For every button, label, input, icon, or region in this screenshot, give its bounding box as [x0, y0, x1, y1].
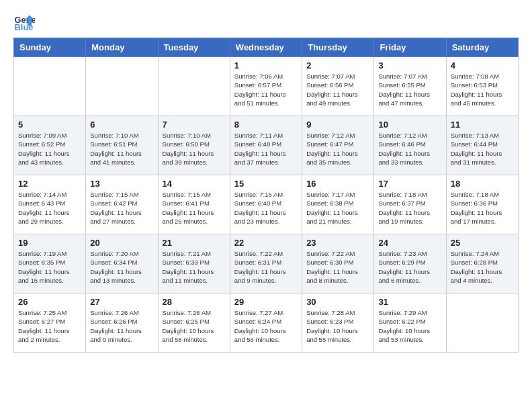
day-info: Sunrise: 7:10 AM Sunset: 6:50 PM Dayligh… [163, 131, 226, 167]
calendar-cell: 16Sunrise: 7:17 AM Sunset: 6:38 PM Dayli… [302, 175, 374, 234]
day-info: Sunrise: 7:13 AM Sunset: 6:44 PM Dayligh… [451, 131, 514, 167]
calendar-cell: 17Sunrise: 7:18 AM Sunset: 6:37 PM Dayli… [374, 175, 446, 234]
calendar-cell: 4Sunrise: 7:08 AM Sunset: 6:53 PM Daylig… [446, 57, 518, 116]
day-number: 24 [378, 238, 441, 248]
day-info: Sunrise: 7:25 AM Sunset: 6:27 PM Dayligh… [18, 308, 81, 344]
day-number: 8 [234, 120, 298, 130]
calendar-cell: 6Sunrise: 7:10 AM Sunset: 6:51 PM Daylig… [86, 116, 158, 175]
day-info: Sunrise: 7:28 AM Sunset: 6:23 PM Dayligh… [306, 308, 369, 344]
calendar-week-row: 5Sunrise: 7:09 AM Sunset: 6:52 PM Daylig… [14, 116, 519, 175]
logo: General Blue [13, 11, 38, 32]
calendar-cell: 23Sunrise: 7:22 AM Sunset: 6:30 PM Dayli… [302, 234, 374, 293]
day-number: 11 [451, 120, 514, 130]
day-info: Sunrise: 7:22 AM Sunset: 6:30 PM Dayligh… [306, 249, 369, 285]
day-info: Sunrise: 7:15 AM Sunset: 6:42 PM Dayligh… [90, 190, 153, 226]
calendar-cell: 18Sunrise: 7:18 AM Sunset: 6:36 PM Dayli… [446, 175, 518, 234]
weekday-header-thursday: Thursday [302, 38, 374, 57]
calendar-week-row: 19Sunrise: 7:19 AM Sunset: 6:35 PM Dayli… [14, 234, 519, 293]
day-info: Sunrise: 7:20 AM Sunset: 6:34 PM Dayligh… [90, 249, 153, 285]
calendar-cell: 19Sunrise: 7:19 AM Sunset: 6:35 PM Dayli… [14, 234, 86, 293]
day-number: 13 [90, 179, 153, 189]
day-info: Sunrise: 7:18 AM Sunset: 6:36 PM Dayligh… [451, 190, 514, 226]
day-number: 2 [306, 60, 369, 71]
day-info: Sunrise: 7:29 AM Sunset: 6:22 PM Dayligh… [378, 308, 441, 344]
calendar-cell: 21Sunrise: 7:21 AM Sunset: 6:33 PM Dayli… [158, 234, 230, 293]
day-number: 14 [163, 179, 226, 189]
day-number: 21 [163, 238, 226, 248]
day-number: 20 [90, 238, 153, 248]
day-info: Sunrise: 7:07 AM Sunset: 6:56 PM Dayligh… [306, 72, 369, 107]
calendar-cell [446, 293, 518, 353]
day-number: 22 [234, 238, 298, 248]
day-number: 31 [378, 297, 441, 307]
weekday-header-tuesday: Tuesday [158, 38, 230, 57]
calendar-cell: 29Sunrise: 7:27 AM Sunset: 6:24 PM Dayli… [230, 293, 302, 353]
day-number: 29 [234, 297, 298, 307]
calendar-cell: 15Sunrise: 7:16 AM Sunset: 6:40 PM Dayli… [230, 175, 302, 234]
day-info: Sunrise: 7:19 AM Sunset: 6:35 PM Dayligh… [18, 249, 81, 285]
calendar-cell: 22Sunrise: 7:22 AM Sunset: 6:31 PM Dayli… [230, 234, 302, 293]
day-info: Sunrise: 7:12 AM Sunset: 6:46 PM Dayligh… [378, 131, 441, 167]
day-number: 25 [451, 238, 514, 248]
calendar-table: SundayMondayTuesdayWednesdayThursdayFrid… [13, 38, 519, 353]
calendar-header-row: SundayMondayTuesdayWednesdayThursdayFrid… [14, 38, 519, 57]
day-info: Sunrise: 7:09 AM Sunset: 6:52 PM Dayligh… [18, 131, 81, 167]
calendar-cell: 14Sunrise: 7:15 AM Sunset: 6:41 PM Dayli… [158, 175, 230, 234]
day-info: Sunrise: 7:06 AM Sunset: 6:57 PM Dayligh… [234, 72, 298, 107]
calendar-cell: 27Sunrise: 7:26 AM Sunset: 6:26 PM Dayli… [86, 293, 158, 353]
day-number: 23 [306, 238, 369, 248]
day-info: Sunrise: 7:18 AM Sunset: 6:37 PM Dayligh… [378, 190, 441, 226]
day-number: 18 [451, 179, 514, 189]
day-info: Sunrise: 7:21 AM Sunset: 6:33 PM Dayligh… [163, 249, 226, 285]
calendar-cell: 5Sunrise: 7:09 AM Sunset: 6:52 PM Daylig… [14, 116, 86, 175]
weekday-header-wednesday: Wednesday [230, 38, 302, 57]
calendar-cell: 2Sunrise: 7:07 AM Sunset: 6:56 PM Daylig… [302, 57, 374, 116]
calendar-cell: 12Sunrise: 7:14 AM Sunset: 6:43 PM Dayli… [14, 175, 86, 234]
page-header: General Blue [13, 11, 519, 32]
calendar-week-row: 1Sunrise: 7:06 AM Sunset: 6:57 PM Daylig… [14, 57, 519, 116]
day-info: Sunrise: 7:16 AM Sunset: 6:40 PM Dayligh… [234, 190, 298, 226]
day-number: 5 [18, 120, 81, 130]
day-number: 28 [163, 297, 226, 307]
calendar-cell: 9Sunrise: 7:12 AM Sunset: 6:47 PM Daylig… [302, 116, 374, 175]
day-number: 30 [306, 297, 369, 307]
calendar-cell: 24Sunrise: 7:23 AM Sunset: 6:29 PM Dayli… [374, 234, 446, 293]
day-info: Sunrise: 7:27 AM Sunset: 6:24 PM Dayligh… [234, 308, 298, 344]
day-info: Sunrise: 7:07 AM Sunset: 6:55 PM Dayligh… [378, 72, 441, 107]
day-info: Sunrise: 7:23 AM Sunset: 6:29 PM Dayligh… [378, 249, 441, 285]
day-info: Sunrise: 7:08 AM Sunset: 6:53 PM Dayligh… [451, 72, 514, 107]
day-info: Sunrise: 7:24 AM Sunset: 6:28 PM Dayligh… [451, 249, 514, 285]
calendar-cell: 26Sunrise: 7:25 AM Sunset: 6:27 PM Dayli… [14, 293, 86, 353]
day-info: Sunrise: 7:11 AM Sunset: 6:48 PM Dayligh… [234, 131, 298, 167]
day-number: 10 [378, 120, 441, 130]
day-number: 12 [18, 179, 81, 189]
calendar-cell: 13Sunrise: 7:15 AM Sunset: 6:42 PM Dayli… [86, 175, 158, 234]
calendar-cell: 11Sunrise: 7:13 AM Sunset: 6:44 PM Dayli… [446, 116, 518, 175]
calendar-cell: 3Sunrise: 7:07 AM Sunset: 6:55 PM Daylig… [374, 57, 446, 116]
calendar-cell: 28Sunrise: 7:26 AM Sunset: 6:25 PM Dayli… [158, 293, 230, 353]
day-info: Sunrise: 7:22 AM Sunset: 6:31 PM Dayligh… [234, 249, 298, 285]
calendar-cell: 20Sunrise: 7:20 AM Sunset: 6:34 PM Dayli… [86, 234, 158, 293]
day-info: Sunrise: 7:10 AM Sunset: 6:51 PM Dayligh… [90, 131, 153, 167]
day-number: 4 [451, 60, 514, 71]
calendar-cell: 25Sunrise: 7:24 AM Sunset: 6:28 PM Dayli… [446, 234, 518, 293]
calendar-cell: 30Sunrise: 7:28 AM Sunset: 6:23 PM Dayli… [302, 293, 374, 353]
weekday-header-friday: Friday [374, 38, 446, 57]
day-info: Sunrise: 7:26 AM Sunset: 6:25 PM Dayligh… [163, 308, 226, 344]
calendar-cell: 10Sunrise: 7:12 AM Sunset: 6:46 PM Dayli… [374, 116, 446, 175]
calendar-week-row: 12Sunrise: 7:14 AM Sunset: 6:43 PM Dayli… [14, 175, 519, 234]
calendar-cell: 31Sunrise: 7:29 AM Sunset: 6:22 PM Dayli… [374, 293, 446, 353]
day-info: Sunrise: 7:14 AM Sunset: 6:43 PM Dayligh… [18, 190, 81, 226]
day-number: 27 [90, 297, 153, 307]
calendar-cell [86, 57, 158, 116]
day-info: Sunrise: 7:15 AM Sunset: 6:41 PM Dayligh… [163, 190, 226, 226]
calendar-cell: 7Sunrise: 7:10 AM Sunset: 6:50 PM Daylig… [158, 116, 230, 175]
day-number: 9 [306, 120, 369, 130]
day-info: Sunrise: 7:26 AM Sunset: 6:26 PM Dayligh… [90, 308, 153, 344]
day-number: 19 [18, 238, 81, 248]
weekday-header-monday: Monday [86, 38, 158, 57]
day-number: 6 [90, 120, 153, 130]
calendar-cell: 1Sunrise: 7:06 AM Sunset: 6:57 PM Daylig… [230, 57, 302, 116]
calendar-week-row: 26Sunrise: 7:25 AM Sunset: 6:27 PM Dayli… [14, 293, 519, 353]
weekday-header-saturday: Saturday [446, 38, 518, 57]
